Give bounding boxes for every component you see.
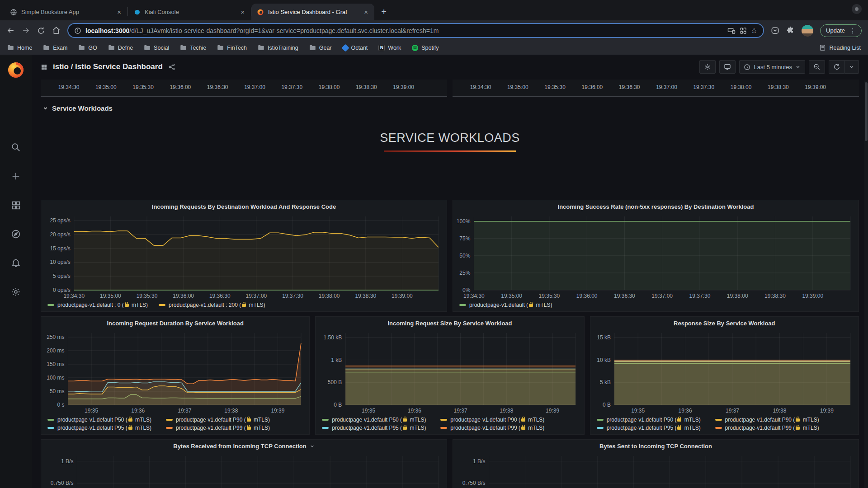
search-icon[interactable] xyxy=(0,133,32,162)
bookmark-item-exam[interactable]: Exam xyxy=(43,45,67,51)
apps-grid-icon[interactable] xyxy=(740,27,747,34)
bookmark-item-techie[interactable]: Techie xyxy=(180,45,206,51)
cycle-view-mode-button[interactable] xyxy=(719,60,736,74)
bookmark-item-istiotraining[interactable]: IstioTraining xyxy=(258,45,298,51)
bookmark-label: Octant xyxy=(351,45,368,51)
scrollbar-thumb[interactable] xyxy=(865,82,868,141)
send-to-device-icon[interactable] xyxy=(727,27,736,35)
bookmark-item-work[interactable]: NWork xyxy=(378,45,401,51)
svg-text:0.750 B/s: 0.750 B/s xyxy=(51,480,74,486)
panel-title[interactable]: Incoming Request Size By Service Workloa… xyxy=(316,317,584,329)
dashboard-breadcrumb[interactable]: istio / Istio Service Dashboard xyxy=(53,62,163,71)
dashboard-settings-button[interactable] xyxy=(699,60,716,74)
chart-canvas[interactable]: 25 ops/s20 ops/s15 ops/s10 ops/s5 ops/s0… xyxy=(45,214,443,300)
panel-title[interactable]: Incoming Success Rate (non-5xx responses… xyxy=(453,200,859,213)
tab-close-icon[interactable]: × xyxy=(240,8,245,16)
panel-title[interactable]: Incoming Requests By Destination Workloa… xyxy=(41,200,447,213)
tab-simple-bookstore[interactable]: Simple Bookstore App × xyxy=(5,4,127,20)
legend-item[interactable]: productpage-v1.default P90 ( mTLS) xyxy=(440,417,559,423)
update-button[interactable]: Update ⋮ xyxy=(820,24,862,37)
legend-item[interactable]: productpage-v1.default P50 ( mTLS) xyxy=(322,417,440,423)
panel-title[interactable]: Incoming Request Duration By Service Wor… xyxy=(41,317,309,329)
reading-list-button[interactable]: Reading List xyxy=(819,44,861,51)
svg-text:0 B: 0 B xyxy=(334,402,342,408)
panel-title-caret-icon[interactable] xyxy=(310,444,315,449)
time-tick-label: 19:37:30 xyxy=(281,84,302,90)
browser-avatar[interactable] xyxy=(802,25,813,37)
settings-gear-icon[interactable] xyxy=(0,277,32,306)
legend-item[interactable]: productpage-v1.default P95 ( mTLS) xyxy=(47,425,166,431)
chart-canvas[interactable]: 1 B/s0.750 B/s0.500 B/s xyxy=(45,453,443,488)
tab-close-icon[interactable]: × xyxy=(363,8,369,16)
browser-toolbar: localhost:3000/d/LJ_uJAvmk/istio-service… xyxy=(0,20,868,41)
legend-label: productpage-v1.default : 0 ( mTLS) xyxy=(57,302,148,308)
legend-item[interactable]: productpage-v1.default P95 ( mTLS) xyxy=(597,425,715,431)
tab-close-icon[interactable]: × xyxy=(116,8,122,16)
folder-icon xyxy=(309,45,316,51)
bookmark-star-icon[interactable]: ☆ xyxy=(751,26,757,35)
chart-canvas[interactable]: 250 ms200 ms150 ms100 ms50 ms0 s19:3519:… xyxy=(45,330,306,415)
tab-kiali-console[interactable]: Kiali Console × xyxy=(128,4,251,20)
bookmark-item-gear[interactable]: Gear xyxy=(309,45,332,51)
bookmark-item-home[interactable]: Home xyxy=(7,45,32,51)
svg-text:1.50 kB: 1.50 kB xyxy=(324,334,342,341)
legend-item[interactable]: productpage-v1.default P90 ( mTLS) xyxy=(166,417,284,423)
legend-item[interactable]: productpage-v1.default P99 ( mTLS) xyxy=(166,425,284,431)
refresh-button[interactable] xyxy=(829,60,845,74)
reload-icon[interactable] xyxy=(37,27,45,35)
home-icon[interactable] xyxy=(52,26,61,35)
legend-item[interactable]: productpage-v1.default ( mTLS) xyxy=(459,302,552,308)
svg-text:19:37:00: 19:37:00 xyxy=(651,293,673,299)
new-tab-button[interactable]: + xyxy=(377,5,391,19)
grafana-logo[interactable] xyxy=(6,61,25,80)
legend-swatch xyxy=(47,427,54,429)
extensions-puzzle-icon[interactable] xyxy=(786,26,795,35)
bookmark-label: Social xyxy=(154,45,169,51)
panel-title[interactable]: Bytes Received from Incoming TCP Connect… xyxy=(41,440,447,452)
panel-title[interactable]: Response Size By Service Workload xyxy=(590,317,859,329)
chart-canvas[interactable]: 15 kB10 kB5 kB0 B19:3519:3619:3719:3819:… xyxy=(594,330,855,415)
bookmark-item-octant[interactable]: Octant xyxy=(343,45,368,51)
chart-canvas[interactable]: 1.50 kB1 kB500 B0 B19:3519:3619:3719:381… xyxy=(319,330,580,415)
refresh-interval-caret[interactable] xyxy=(845,60,859,74)
section-service-workloads[interactable]: Service Workloads xyxy=(41,97,859,117)
bookmark-item-go[interactable]: GO xyxy=(78,45,97,51)
chart-canvas[interactable]: 100%75%50%25%0%19:34:3019:35:0019:35:301… xyxy=(457,214,855,300)
legend-item[interactable]: productpage-v1.default P50 ( mTLS) xyxy=(47,417,166,423)
legend-item[interactable]: productpage-v1.default P99 ( mTLS) xyxy=(440,425,559,431)
pocket-icon[interactable] xyxy=(771,26,779,35)
bookmark-item-spotify[interactable]: Spotify xyxy=(412,45,439,51)
legend-item[interactable]: productpage-v1.default : 0 ( mTLS) xyxy=(47,302,148,308)
bookmark-item-fintech[interactable]: FinTech xyxy=(217,45,247,51)
bookmark-item-social[interactable]: Social xyxy=(144,45,169,51)
legend-item[interactable]: productpage-v1.default P50 ( mTLS) xyxy=(597,417,715,423)
panel-title-text: Response Size By Service Workload xyxy=(674,320,775,327)
legend-item[interactable]: productpage-v1.default : 200 ( mTLS) xyxy=(159,302,265,308)
browser-menu-icon[interactable]: ⋮ xyxy=(849,27,856,34)
legend-item[interactable]: productpage-v1.default P99 ( mTLS) xyxy=(715,425,834,431)
legend-label: productpage-v1.default : 200 ( mTLS) xyxy=(169,302,265,308)
panel-title[interactable]: Bytes Sent to Incoming TCP Connection xyxy=(453,440,859,452)
dashboards-icon[interactable] xyxy=(0,191,32,220)
browser-profile-icon[interactable] xyxy=(852,4,862,14)
mtls-lock-icon xyxy=(403,427,407,430)
share-icon[interactable] xyxy=(168,63,175,70)
legend-swatch xyxy=(322,419,329,421)
legend-item[interactable]: productpage-v1.default P90 ( mTLS) xyxy=(715,417,834,423)
chart-canvas[interactable]: 1 B/s0.750 B/s0.500 B/s xyxy=(457,453,855,488)
scrollbar[interactable] xyxy=(864,80,868,488)
site-info-icon[interactable] xyxy=(74,27,81,34)
alerting-bell-icon[interactable] xyxy=(0,249,32,277)
bookmark-label: Techie xyxy=(190,45,206,51)
time-range-picker[interactable]: Last 5 minutes xyxy=(739,60,805,74)
tab-istio-dashboard-active[interactable]: Istio Service Dashboard - Graf × xyxy=(251,4,374,20)
create-plus-icon[interactable] xyxy=(0,162,32,191)
zoom-out-button[interactable] xyxy=(809,60,825,74)
forward-icon[interactable] xyxy=(22,26,30,35)
back-icon[interactable] xyxy=(6,26,15,35)
legend-item[interactable]: productpage-v1.default P95 ( mTLS) xyxy=(322,425,440,431)
explore-compass-icon[interactable] xyxy=(0,220,32,249)
svg-text:75%: 75% xyxy=(459,235,470,242)
bookmark-item-defne[interactable]: Defne xyxy=(108,45,133,51)
address-bar[interactable]: localhost:3000/d/LJ_uJAvmk/istio-service… xyxy=(67,23,764,38)
